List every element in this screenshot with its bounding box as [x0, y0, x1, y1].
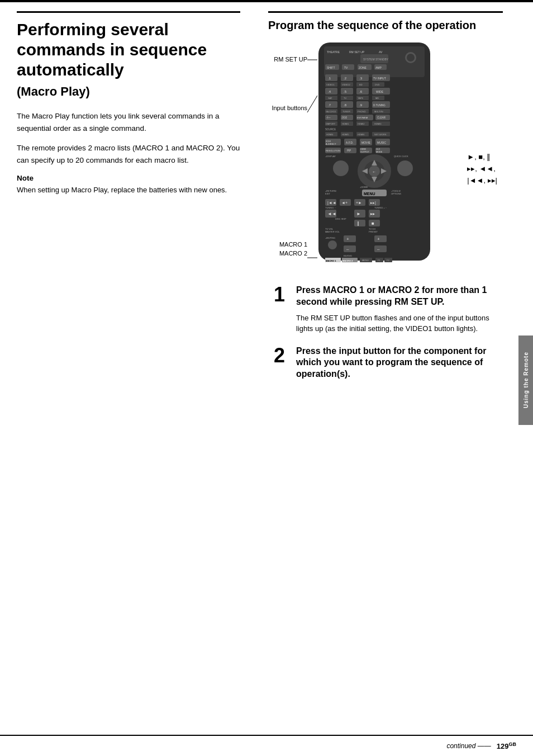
svg-text:AV: AV	[379, 50, 383, 54]
svg-text:–: –	[377, 247, 380, 252]
body-text-2: The remote provides 2 macro lists (MACRO…	[17, 142, 240, 166]
svg-text:BD: BD	[359, 83, 363, 86]
svg-text:HDMI6: HDMI6	[358, 133, 365, 136]
svg-text:MULTI/N: MULTI/N	[374, 110, 383, 113]
svg-text:►: ►	[356, 211, 361, 216]
svg-point-154	[328, 240, 337, 249]
svg-text:TUNING +→: TUNING +→	[374, 206, 387, 209]
svg-text:+: +	[346, 237, 349, 242]
svg-text:AMP: AMP	[375, 66, 382, 69]
svg-point-111	[333, 160, 349, 176]
svg-text:TUNER: TUNER	[342, 110, 350, 113]
svg-text:MENU: MENU	[364, 192, 375, 196]
svg-text:■: ■	[372, 221, 374, 226]
svg-text:PIP: PIP	[347, 149, 351, 152]
svg-rect-157	[374, 235, 387, 242]
note-heading: Note	[17, 174, 240, 182]
svg-rect-53	[356, 101, 369, 108]
svg-text:◄+: ◄+	[341, 201, 348, 205]
svg-text:.6: .6	[359, 90, 363, 93]
svg-text:DVD: DVD	[375, 83, 380, 86]
svg-rect-35	[341, 88, 353, 94]
svg-text:.0/10: .0/10	[341, 116, 348, 119]
svg-text:–: –	[346, 247, 349, 252]
svg-text:MOVIE: MOVIE	[361, 141, 371, 144]
svg-text:GUI: GUI	[376, 148, 380, 150]
label-macro: MACRO 1 MACRO 2	[268, 240, 307, 258]
svg-text:CLEAR: CLEAR	[377, 116, 386, 119]
svg-text:A.DIRECT: A.DIRECT	[326, 143, 336, 145]
svg-rect-43	[341, 96, 353, 100]
left-column: Performing several commands in sequence …	[0, 0, 257, 207]
footer: continued 129GB	[0, 735, 533, 756]
svg-text:TUNING ←: TUNING ←	[325, 206, 336, 209]
svg-text:MD: MD	[375, 97, 379, 100]
svg-rect-161	[374, 245, 387, 252]
svg-rect-33	[325, 88, 337, 94]
svg-text:F2: F2	[387, 259, 389, 262]
svg-text:BD/DVD: BD/DVD	[344, 254, 352, 257]
svg-text:SA-CD/CD: SA-CD/CD	[326, 111, 336, 113]
svg-rect-19	[341, 74, 353, 81]
svg-text:+►: +►	[356, 201, 362, 205]
step-1: 1 Press MACRO 1 or MACRO 2 for more than…	[274, 285, 497, 334]
svg-text:MACRO 1: MACRO 1	[326, 259, 336, 262]
page-container: Performing several commands in sequence …	[0, 0, 533, 756]
svg-text:A.F.D.: A.F.D.	[346, 141, 354, 144]
icon-skip: |◄◄, ▸▸|	[467, 175, 497, 187]
svg-text:+MUTING: +MUTING	[325, 237, 335, 239]
svg-text:.1: .1	[328, 77, 331, 80]
step-1-number: 1	[274, 285, 296, 305]
right-column: Program the sequence of the operation RM…	[257, 0, 514, 407]
svg-text:TAPE: TAPE	[358, 97, 363, 100]
svg-text:MUSIC: MUSIC	[377, 141, 387, 144]
sidebar-label: Using the Remote	[523, 352, 529, 408]
step-1-heading: Press MACRO 1 or MACRO 2 for more than 1…	[296, 285, 497, 308]
svg-text:HDMI5: HDMI5	[342, 133, 349, 136]
svg-text:SAT: SAT	[328, 97, 332, 100]
step-2: 2 Press the input button for the compone…	[274, 346, 497, 385]
note-text: When setting up Macro Play, replace the …	[17, 185, 240, 196]
svg-rect-17	[325, 74, 337, 81]
svg-text:.3: .3	[359, 77, 363, 80]
step-2-number: 2	[274, 346, 296, 366]
left-top-border-line	[17, 11, 240, 13]
footer-page: 129GB	[497, 741, 516, 750]
svg-rect-29	[356, 82, 369, 87]
svg-text:◄◄: ◄◄	[327, 211, 336, 216]
svg-text:THEATRE: THEATRE	[327, 50, 340, 54]
svg-rect-159	[344, 245, 356, 252]
svg-text:RESOLUTION: RESOLUTION	[326, 149, 340, 152]
svg-text:MACRO 2: MACRO 2	[342, 259, 353, 262]
svg-text:DMPORT: DMPORT	[326, 122, 336, 125]
svg-text:SHIFT: SHIFT	[327, 66, 335, 69]
svg-rect-21	[356, 74, 369, 81]
steps-container: 1 Press MACRO 1 or MACRO 2 for more than…	[268, 285, 503, 385]
svg-text:.5: .5	[344, 90, 347, 93]
svg-text:WIDE: WIDE	[376, 90, 384, 93]
section-title: Program the sequence of the operation	[268, 18, 503, 32]
sub-title: (Macro Play)	[17, 84, 240, 99]
svg-text:▸▸: ▸▸	[370, 211, 375, 216]
svg-text:TV: TV	[344, 97, 346, 100]
svg-text:OPTIONS: OPTIONS	[391, 192, 401, 195]
svg-text:.2: .2	[344, 77, 347, 80]
right-top-border-line	[268, 11, 503, 13]
icon-play-pause: ►, ■, ‖	[467, 152, 497, 163]
remote-area: RM SET UP Input buttons MACRO 1 MACRO 2 …	[268, 40, 503, 275]
svg-text:MODE: MODE	[376, 151, 383, 153]
svg-text:VIDEO2: VIDEO2	[342, 83, 350, 86]
svg-text:F1: F1	[378, 259, 380, 262]
svg-text:+DISPLAY: +DISPLAY	[325, 155, 336, 158]
svg-rect-37	[356, 88, 369, 94]
svg-text:.7: .7	[328, 103, 331, 107]
svg-text:MASTER VOL: MASTER VOL	[325, 230, 340, 233]
svg-text:HDMI3: HDMI3	[374, 122, 382, 125]
svg-text:-/-–: -/-–	[326, 116, 331, 119]
svg-text:OUTPUT: OUTPUT	[360, 151, 369, 153]
body-text-1: The Macro Play function lets you link se…	[17, 110, 240, 134]
footer-continued: continued	[446, 742, 491, 750]
svg-text:SOURCE: SOURCE	[325, 128, 336, 131]
svg-point-8	[407, 54, 415, 62]
icon-ff-rew: ▸▸, ◄◄,	[467, 163, 497, 175]
